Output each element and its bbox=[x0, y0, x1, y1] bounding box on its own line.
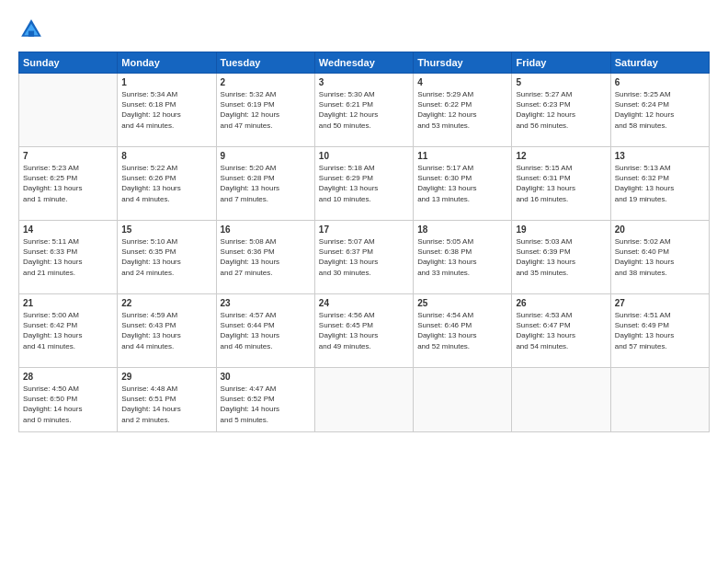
day-number: 14 bbox=[23, 224, 113, 235]
calendar-cell: 9Sunrise: 5:20 AMSunset: 6:28 PMDaylight… bbox=[216, 147, 314, 221]
calendar-cell: 16Sunrise: 5:08 AMSunset: 6:36 PMDayligh… bbox=[216, 221, 314, 294]
week-row-1: 7Sunrise: 5:23 AMSunset: 6:25 PMDaylight… bbox=[19, 147, 710, 221]
day-number: 5 bbox=[516, 77, 606, 87]
day-number: 2 bbox=[221, 77, 311, 87]
day-info: Sunrise: 5:32 AMSunset: 6:19 PMDaylight:… bbox=[221, 89, 311, 131]
day-number: 17 bbox=[319, 224, 409, 235]
calendar-cell: 24Sunrise: 4:56 AMSunset: 6:45 PMDayligh… bbox=[314, 294, 413, 368]
calendar-cell: 5Sunrise: 5:27 AMSunset: 6:23 PMDaylight… bbox=[512, 74, 610, 147]
day-number: 19 bbox=[516, 224, 606, 235]
day-number: 29 bbox=[121, 372, 211, 382]
calendar-cell: 8Sunrise: 5:22 AMSunset: 6:26 PMDaylight… bbox=[118, 147, 216, 221]
day-number: 12 bbox=[516, 151, 606, 161]
day-number: 27 bbox=[615, 298, 705, 308]
day-info: Sunrise: 4:51 AMSunset: 6:49 PMDaylight:… bbox=[615, 310, 705, 351]
day-info: Sunrise: 4:50 AMSunset: 6:50 PMDaylight:… bbox=[23, 384, 113, 425]
calendar-header: SundayMondayTuesdayWednesdayThursdayFrid… bbox=[19, 52, 710, 74]
day-info: Sunrise: 4:47 AMSunset: 6:52 PMDaylight:… bbox=[221, 384, 311, 425]
day-number: 30 bbox=[221, 372, 311, 382]
calendar-cell bbox=[19, 74, 118, 147]
day-number: 1 bbox=[121, 77, 211, 87]
day-number: 16 bbox=[221, 224, 311, 235]
day-info: Sunrise: 5:25 AMSunset: 6:24 PMDaylight:… bbox=[615, 89, 705, 131]
calendar-cell: 23Sunrise: 4:57 AMSunset: 6:44 PMDayligh… bbox=[216, 294, 314, 368]
day-info: Sunrise: 5:05 AMSunset: 6:38 PMDaylight:… bbox=[417, 236, 507, 278]
day-number: 4 bbox=[417, 77, 507, 87]
calendar-cell: 7Sunrise: 5:23 AMSunset: 6:25 PMDaylight… bbox=[19, 147, 118, 221]
calendar-body: 1Sunrise: 5:34 AMSunset: 6:18 PMDaylight… bbox=[19, 74, 710, 432]
day-number: 6 bbox=[615, 77, 705, 87]
calendar-cell: 30Sunrise: 4:47 AMSunset: 6:52 PMDayligh… bbox=[216, 368, 314, 432]
calendar-cell: 29Sunrise: 4:48 AMSunset: 6:51 PMDayligh… bbox=[118, 368, 216, 432]
calendar-cell: 27Sunrise: 4:51 AMSunset: 6:49 PMDayligh… bbox=[610, 294, 709, 368]
day-number: 15 bbox=[121, 224, 211, 235]
day-number: 10 bbox=[319, 151, 409, 161]
header-day-saturday: Saturday bbox=[610, 52, 709, 74]
week-row-3: 21Sunrise: 5:00 AMSunset: 6:42 PMDayligh… bbox=[19, 294, 710, 368]
calendar-cell: 21Sunrise: 5:00 AMSunset: 6:42 PMDayligh… bbox=[19, 294, 118, 368]
day-info: Sunrise: 5:18 AMSunset: 6:29 PMDaylight:… bbox=[319, 163, 409, 204]
day-number: 22 bbox=[121, 298, 211, 308]
week-row-2: 14Sunrise: 5:11 AMSunset: 6:33 PMDayligh… bbox=[19, 221, 710, 294]
calendar-cell: 6Sunrise: 5:25 AMSunset: 6:24 PMDaylight… bbox=[610, 74, 709, 147]
day-number: 20 bbox=[615, 224, 705, 235]
calendar-cell bbox=[512, 368, 610, 432]
day-number: 3 bbox=[319, 77, 409, 87]
calendar-cell: 17Sunrise: 5:07 AMSunset: 6:37 PMDayligh… bbox=[314, 221, 413, 294]
svg-rect-2 bbox=[28, 31, 34, 37]
header-day-wednesday: Wednesday bbox=[314, 52, 413, 74]
day-number: 28 bbox=[23, 372, 113, 382]
day-info: Sunrise: 4:56 AMSunset: 6:45 PMDaylight:… bbox=[319, 310, 409, 351]
day-info: Sunrise: 5:34 AMSunset: 6:18 PMDaylight:… bbox=[121, 89, 211, 131]
day-info: Sunrise: 5:11 AMSunset: 6:33 PMDaylight:… bbox=[23, 236, 113, 278]
day-info: Sunrise: 5:29 AMSunset: 6:22 PMDaylight:… bbox=[417, 89, 507, 131]
calendar-cell: 12Sunrise: 5:15 AMSunset: 6:31 PMDayligh… bbox=[512, 147, 610, 221]
day-info: Sunrise: 5:17 AMSunset: 6:30 PMDaylight:… bbox=[417, 163, 507, 204]
day-info: Sunrise: 4:48 AMSunset: 6:51 PMDaylight:… bbox=[121, 384, 211, 425]
page: SundayMondayTuesdayWednesdayThursdayFrid… bbox=[0, 0, 728, 563]
day-info: Sunrise: 4:54 AMSunset: 6:46 PMDaylight:… bbox=[417, 310, 507, 351]
week-row-4: 28Sunrise: 4:50 AMSunset: 6:50 PMDayligh… bbox=[19, 368, 710, 432]
header-day-friday: Friday bbox=[512, 52, 610, 74]
calendar-cell: 19Sunrise: 5:03 AMSunset: 6:39 PMDayligh… bbox=[512, 221, 610, 294]
logo bbox=[18, 17, 48, 42]
calendar-cell: 2Sunrise: 5:32 AMSunset: 6:19 PMDaylight… bbox=[216, 74, 314, 147]
header-day-monday: Monday bbox=[118, 52, 216, 74]
calendar-cell: 1Sunrise: 5:34 AMSunset: 6:18 PMDaylight… bbox=[118, 74, 216, 147]
calendar-cell bbox=[610, 368, 709, 432]
calendar-cell: 25Sunrise: 4:54 AMSunset: 6:46 PMDayligh… bbox=[414, 294, 512, 368]
day-number: 7 bbox=[23, 151, 113, 161]
calendar-cell bbox=[314, 368, 413, 432]
day-info: Sunrise: 5:10 AMSunset: 6:35 PMDaylight:… bbox=[121, 236, 211, 278]
day-number: 23 bbox=[221, 298, 311, 308]
day-number: 18 bbox=[417, 224, 507, 235]
calendar-cell: 15Sunrise: 5:10 AMSunset: 6:35 PMDayligh… bbox=[118, 221, 216, 294]
day-number: 8 bbox=[121, 151, 211, 161]
header-day-sunday: Sunday bbox=[19, 52, 118, 74]
calendar-cell: 14Sunrise: 5:11 AMSunset: 6:33 PMDayligh… bbox=[19, 221, 118, 294]
week-row-0: 1Sunrise: 5:34 AMSunset: 6:18 PMDaylight… bbox=[19, 74, 710, 147]
day-number: 21 bbox=[23, 298, 113, 308]
day-info: Sunrise: 5:13 AMSunset: 6:32 PMDaylight:… bbox=[615, 163, 705, 204]
day-info: Sunrise: 5:20 AMSunset: 6:28 PMDaylight:… bbox=[221, 163, 311, 204]
day-info: Sunrise: 5:07 AMSunset: 6:37 PMDaylight:… bbox=[319, 236, 409, 278]
day-info: Sunrise: 5:23 AMSunset: 6:25 PMDaylight:… bbox=[23, 163, 113, 204]
day-info: Sunrise: 4:53 AMSunset: 6:47 PMDaylight:… bbox=[516, 310, 606, 351]
calendar-cell: 4Sunrise: 5:29 AMSunset: 6:22 PMDaylight… bbox=[414, 74, 512, 147]
day-info: Sunrise: 5:22 AMSunset: 6:26 PMDaylight:… bbox=[121, 163, 211, 204]
day-number: 25 bbox=[417, 298, 507, 308]
day-number: 11 bbox=[417, 151, 507, 161]
day-number: 26 bbox=[516, 298, 606, 308]
day-info: Sunrise: 5:00 AMSunset: 6:42 PMDaylight:… bbox=[23, 310, 113, 351]
day-info: Sunrise: 5:30 AMSunset: 6:21 PMDaylight:… bbox=[319, 89, 409, 131]
calendar-cell bbox=[414, 368, 512, 432]
day-info: Sunrise: 5:08 AMSunset: 6:36 PMDaylight:… bbox=[221, 236, 311, 278]
calendar-cell: 28Sunrise: 4:50 AMSunset: 6:50 PMDayligh… bbox=[19, 368, 118, 432]
calendar-cell: 10Sunrise: 5:18 AMSunset: 6:29 PMDayligh… bbox=[314, 147, 413, 221]
calendar-cell: 18Sunrise: 5:05 AMSunset: 6:38 PMDayligh… bbox=[414, 221, 512, 294]
calendar-cell: 22Sunrise: 4:59 AMSunset: 6:43 PMDayligh… bbox=[118, 294, 216, 368]
day-number: 9 bbox=[221, 151, 311, 161]
header-row: SundayMondayTuesdayWednesdayThursdayFrid… bbox=[19, 52, 710, 74]
day-info: Sunrise: 5:15 AMSunset: 6:31 PMDaylight:… bbox=[516, 163, 606, 204]
calendar-cell: 20Sunrise: 5:02 AMSunset: 6:40 PMDayligh… bbox=[610, 221, 709, 294]
